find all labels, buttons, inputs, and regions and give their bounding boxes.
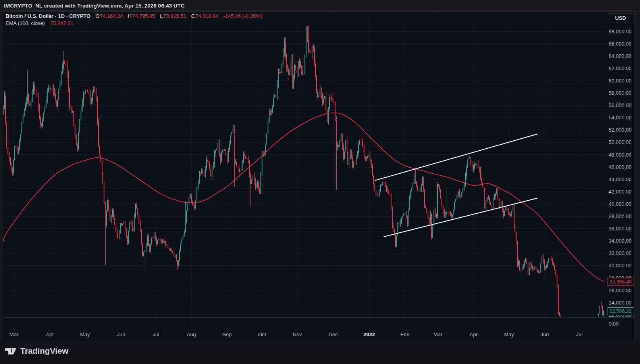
svg-text:Jul: Jul bbox=[153, 331, 160, 337]
price-chart[interactable]: 68,000.0066,000.0064,000.0062,000.0060,0… bbox=[0, 0, 640, 364]
svg-text:38,000.00: 38,000.00 bbox=[609, 213, 632, 219]
high-value: 74,795.85 bbox=[132, 13, 155, 19]
close-label: C bbox=[191, 13, 195, 19]
svg-text:May: May bbox=[504, 331, 514, 337]
svg-text:40,000.00: 40,000.00 bbox=[609, 201, 632, 207]
bottom-strip bbox=[0, 340, 640, 364]
tradingview-logo-icon bbox=[5, 346, 17, 356]
svg-text:52,000.00: 52,000.00 bbox=[609, 127, 632, 133]
symbol-legend-row[interactable]: Bitcoin / U.S. Dollar · 1D · CRYPTO O74,… bbox=[6, 13, 262, 20]
svg-text:Feb: Feb bbox=[401, 331, 409, 337]
svg-text:36,000.00: 36,000.00 bbox=[609, 226, 632, 232]
svg-text:32,000.00: 32,000.00 bbox=[609, 250, 632, 256]
svg-text:62,000.00: 62,000.00 bbox=[609, 65, 632, 71]
indicator-value: 75,247.21 bbox=[50, 20, 73, 26]
change-value: -145.46 (-0.20%) bbox=[223, 13, 262, 19]
svg-text:May: May bbox=[80, 331, 90, 337]
svg-text:Mar: Mar bbox=[434, 331, 443, 337]
tradingview-chart-window: IMCRYPTO_NL created with TradingView.com… bbox=[0, 0, 640, 364]
svg-text:Jun: Jun bbox=[117, 331, 125, 337]
chart-panel-background bbox=[3, 12, 634, 340]
chart-legend: Bitcoin / U.S. Dollar · 1D · CRYPTO O74,… bbox=[6, 13, 262, 27]
svg-text:Jun: Jun bbox=[541, 331, 549, 337]
svg-text:46,000.00: 46,000.00 bbox=[609, 164, 632, 170]
currency-toggle-button[interactable]: USD bbox=[607, 13, 634, 23]
svg-text:54,000.00: 54,000.00 bbox=[609, 115, 632, 121]
svg-text:Dec: Dec bbox=[328, 331, 338, 337]
svg-text:0.00: 0.00 bbox=[609, 321, 619, 327]
svg-text:68,000.00: 68,000.00 bbox=[609, 29, 632, 34]
svg-text:Apr: Apr bbox=[46, 331, 54, 337]
svg-text:Oct: Oct bbox=[258, 331, 266, 337]
svg-text:56,000.00: 56,000.00 bbox=[609, 102, 632, 108]
svg-text:26,000.00: 26,000.00 bbox=[609, 287, 632, 293]
svg-text:60,000.00: 60,000.00 bbox=[609, 78, 632, 84]
open-label: O bbox=[95, 13, 99, 19]
open-value: 74,164.24 bbox=[100, 13, 123, 19]
svg-text:44,000.00: 44,000.00 bbox=[609, 176, 632, 182]
low-label: L bbox=[160, 13, 163, 19]
indicator-legend-row[interactable]: EMA (100, close) 75,247.21 bbox=[6, 20, 262, 27]
last-price-tag: 22,586.22 bbox=[607, 307, 634, 315]
symbol-title: Bitcoin / U.S. Dollar · 1D · CRYPTO bbox=[6, 13, 91, 19]
svg-text:48,000.00: 48,000.00 bbox=[609, 152, 632, 158]
attribution-text: IMCRYPTO_NL created with TradingView.com… bbox=[4, 0, 185, 11]
tradingview-logo-text: TradingView bbox=[20, 346, 68, 356]
close-value: 74,018.04 bbox=[195, 13, 218, 19]
tradingview-watermark[interactable]: TradingView bbox=[5, 344, 68, 358]
svg-text:Jul: Jul bbox=[576, 331, 583, 337]
svg-text:42,000.00: 42,000.00 bbox=[609, 189, 632, 195]
low-value: 73,915.51 bbox=[163, 13, 186, 19]
ema-price-tag: 27,365.40 bbox=[607, 278, 634, 286]
svg-text:Apr: Apr bbox=[470, 331, 478, 337]
indicator-name: EMA (100, close) bbox=[6, 20, 45, 26]
svg-text:66,000.00: 66,000.00 bbox=[609, 41, 632, 47]
svg-text:Mar: Mar bbox=[10, 331, 19, 337]
high-label: H bbox=[128, 13, 131, 19]
svg-text:24,000.00: 24,000.00 bbox=[609, 300, 632, 306]
svg-text:64,000.00: 64,000.00 bbox=[609, 53, 632, 59]
svg-text:34,000.00: 34,000.00 bbox=[609, 238, 632, 244]
svg-text:50,000.00: 50,000.00 bbox=[609, 139, 632, 145]
svg-text:2022: 2022 bbox=[364, 331, 375, 337]
svg-text:Nov: Nov bbox=[293, 331, 302, 337]
svg-text:Aug: Aug bbox=[187, 331, 196, 337]
svg-text:30,000.00: 30,000.00 bbox=[609, 262, 632, 268]
svg-text:Sep: Sep bbox=[222, 331, 231, 337]
svg-text:58,000.00: 58,000.00 bbox=[609, 90, 632, 96]
